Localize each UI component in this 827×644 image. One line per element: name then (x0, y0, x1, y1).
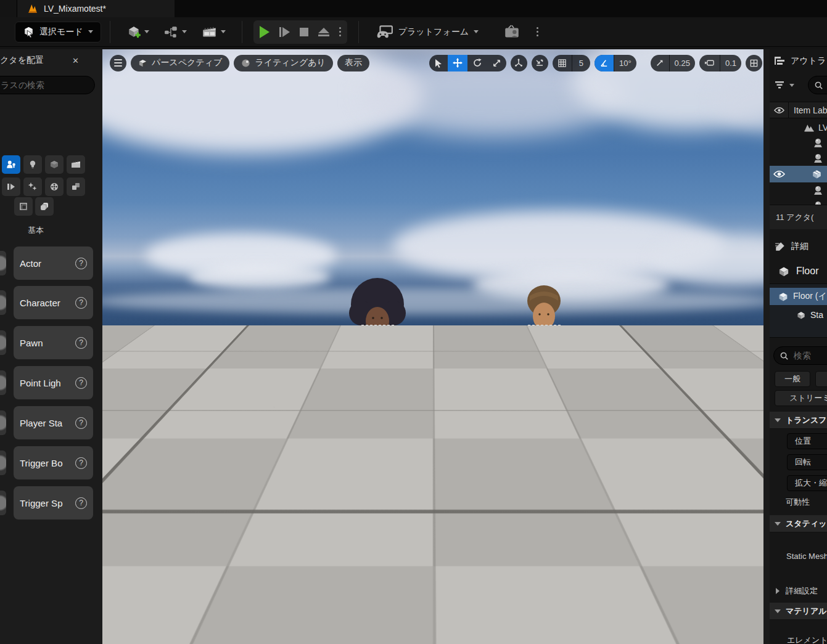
tab-title: LV_Mixamotest* (44, 4, 106, 14)
category-basic[interactable] (2, 155, 20, 174)
help-icon[interactable]: ? (75, 377, 87, 389)
grid-snap-value[interactable]: 5 (572, 55, 590, 71)
item-label-column[interactable]: Item Lab (789, 105, 827, 115)
visibility-column-icon[interactable] (770, 107, 788, 114)
blueprints-button[interactable] (164, 25, 187, 39)
scale-snap-value[interactable]: 0.25 (669, 55, 695, 71)
component-row-floor[interactable]: Floor (イ (770, 288, 827, 305)
surface-snap-button[interactable] (532, 55, 548, 71)
floor[interactable] (102, 325, 763, 644)
component-floor-label: Floor (イ (793, 291, 827, 302)
place-item-point-light[interactable]: Point Ligh ? (14, 366, 93, 399)
rotation-property-button[interactable]: 回転 (787, 454, 827, 470)
category-media[interactable] (2, 177, 20, 196)
toolbar-divider (242, 21, 242, 43)
place-item-trigger-box[interactable]: Trigger Bo ? (14, 446, 93, 479)
material-element-label: エレメント0 (787, 635, 827, 644)
level-tab[interactable]: LV_Mixamotest* (17, 0, 175, 17)
add-actor-button[interactable] (126, 25, 149, 39)
viewport-layout-button[interactable] (746, 55, 762, 71)
scale-property-button[interactable]: 拡大・縮小 (787, 475, 827, 491)
place-item-trigger-sphere[interactable]: Trigger Sp ? (14, 486, 93, 520)
angle-snap-value[interactable]: 10° (614, 55, 636, 71)
search-icon (814, 81, 823, 90)
move-tool-button[interactable] (448, 55, 467, 71)
component-row-staticmesh[interactable]: Sta (770, 306, 827, 324)
outliner-row-level[interactable]: LV (770, 120, 827, 135)
platforms-button[interactable]: プラットフォーム (376, 25, 479, 39)
camera-speed-value[interactable]: 0.1 (720, 55, 741, 71)
advanced-settings-row[interactable]: 詳細設定 (770, 583, 827, 599)
static-mesh-icon (777, 291, 789, 302)
static-mesh-section-header[interactable]: スタティック (770, 515, 827, 532)
device-output-button[interactable] (503, 25, 520, 39)
outliner-row-actor[interactable] (770, 150, 827, 166)
help-icon[interactable]: ? (75, 417, 87, 429)
category-volumes[interactable] (45, 177, 64, 196)
place-item-player-start[interactable]: Player Sta ? (14, 406, 93, 439)
category-frame[interactable] (14, 197, 33, 216)
transform-section-header[interactable]: トランスフォ (770, 412, 827, 429)
rotate-tool-button[interactable] (467, 55, 487, 71)
scale-tool-button[interactable] (487, 55, 506, 71)
play-button[interactable] (260, 26, 269, 38)
materials-section-label: マテリアル (786, 606, 827, 617)
mobility-label: 可動性 (786, 497, 810, 508)
category-cinematics[interactable] (67, 155, 85, 174)
category-shapes[interactable] (45, 155, 64, 174)
outliner-row-actor[interactable] (770, 135, 827, 150)
select-mode-button[interactable]: 選択モード (15, 22, 101, 43)
panel-splitter[interactable] (763, 49, 770, 644)
cinematics-button[interactable] (202, 25, 226, 39)
place-item-actor[interactable]: Actor ? (14, 247, 93, 280)
details-header: 詳細 (770, 238, 827, 255)
filter-icon[interactable] (775, 80, 786, 90)
gizmo-triad-icon (514, 58, 524, 68)
show-flags-button[interactable]: 表示 (337, 55, 369, 71)
details-search[interactable]: 検索 (773, 346, 827, 365)
level-viewport[interactable]: Z X Y パースペクティブ ライティングあり 表示 (102, 49, 763, 644)
help-icon[interactable]: ? (75, 457, 87, 469)
category-geometry[interactable] (67, 177, 85, 196)
perspective-button[interactable]: パースペクティブ (131, 55, 229, 71)
close-icon[interactable]: ✕ (72, 56, 79, 65)
angle-snap-toggle[interactable] (595, 55, 614, 71)
item-label: Trigger Bo (20, 458, 75, 468)
collapse-icon (775, 609, 781, 613)
category-vfx[interactable] (23, 177, 42, 196)
viewport-menu-button[interactable] (110, 55, 126, 71)
frame-skip-button[interactable] (279, 27, 290, 37)
help-icon[interactable]: ? (75, 297, 87, 309)
details-search-placeholder: 検索 (794, 351, 811, 362)
class-search-input[interactable] (0, 76, 95, 94)
help-icon[interactable]: ? (75, 258, 87, 269)
component-child-label: Sta (810, 310, 823, 320)
lit-mode-button[interactable]: ライティングあり (234, 55, 333, 71)
place-item-character[interactable]: Character ? (14, 286, 93, 319)
stop-button[interactable] (300, 28, 308, 36)
outliner-search-input[interactable] (808, 76, 827, 94)
select-tool-button[interactable] (429, 55, 448, 71)
visibility-eye-icon[interactable] (773, 170, 785, 178)
materials-section-header[interactable]: マテリアル (770, 603, 827, 620)
category-layers[interactable] (35, 197, 54, 216)
play-options-menu[interactable] (339, 27, 341, 36)
actor-class-icon (0, 251, 6, 275)
filter-streaming-button[interactable]: ストリーミン (775, 390, 827, 406)
category-lights[interactable] (23, 155, 42, 174)
scale-snap-toggle[interactable] (651, 55, 669, 71)
world-space-button[interactable] (511, 55, 527, 71)
location-property-button[interactable]: 位置 (787, 433, 827, 449)
eject-button[interactable] (318, 28, 329, 36)
place-item-pawn[interactable]: Pawn ? (14, 326, 93, 359)
filter-extra-button[interactable] (815, 371, 827, 387)
help-icon[interactable]: ? (75, 497, 87, 509)
help-icon[interactable]: ? (75, 337, 87, 349)
outliner-row-actor[interactable] (770, 182, 827, 198)
camera-speed-icon-button[interactable] (699, 55, 720, 71)
grid-snap-toggle[interactable] (553, 55, 572, 71)
outliner-row-floor-selected[interactable] (770, 166, 827, 182)
chevron-down-icon[interactable] (789, 84, 794, 87)
toolbar-options-menu[interactable] (537, 27, 538, 36)
filter-general-button[interactable]: 一般 (775, 371, 810, 387)
